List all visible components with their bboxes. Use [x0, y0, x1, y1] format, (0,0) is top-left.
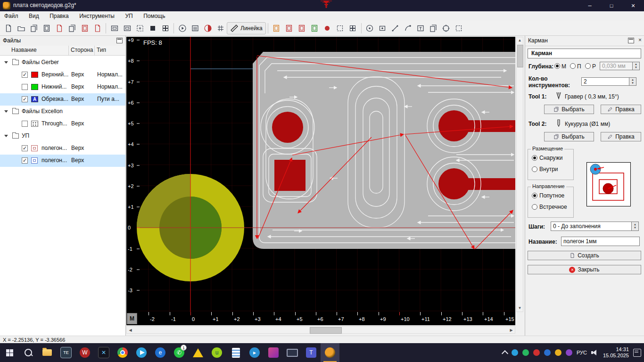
horizontal-scrollbar[interactable]: ◀ ▶: [126, 326, 515, 334]
tray-purple-icon[interactable]: [566, 349, 572, 356]
depth-radio-p-label[interactable]: П: [577, 63, 581, 70]
fit-view-button[interactable]: [133, 22, 146, 34]
close-file-button[interactable]: [53, 22, 66, 34]
file-row-polygon-1[interactable]: ✓ полегон... Верх: [0, 142, 125, 155]
open-file-button[interactable]: [15, 22, 27, 34]
direction-climb-radio[interactable]: [532, 193, 537, 198]
units-button[interactable]: M: [127, 313, 137, 324]
folder-row-excellon[interactable]: Файлы Excellon: [0, 106, 125, 118]
array-grid-button[interactable]: [347, 22, 359, 34]
defender-button[interactable]: [189, 343, 207, 362]
undock-icon[interactable]: [116, 38, 123, 43]
export-file-button[interactable]: [78, 22, 91, 34]
tray-green-icon[interactable]: [522, 349, 529, 356]
tool2-choose-button[interactable]: Выбрать: [544, 132, 594, 141]
player-button[interactable]: ▸: [245, 343, 264, 362]
column-type[interactable]: Тип: [97, 47, 106, 53]
new-file-button[interactable]: [2, 22, 15, 34]
start-button[interactable]: [0, 343, 19, 362]
tool1-edit-button[interactable]: Правка: [601, 105, 641, 114]
file-row-outline[interactable]: ✓ A Обрезка... Верх Пути а...: [0, 93, 125, 106]
wordpress-button[interactable]: W: [75, 343, 94, 362]
board-size-button[interactable]: [121, 22, 133, 34]
expand-arrow-icon[interactable]: [4, 61, 8, 64]
tray-yellow-icon[interactable]: [555, 349, 561, 356]
select-region-button[interactable]: [334, 22, 347, 34]
chrome-button[interactable]: [113, 343, 132, 362]
vertical-scrollbar[interactable]: ▲ ▼: [516, 37, 523, 312]
teams-button[interactable]: T: [302, 343, 321, 362]
tray-red-icon[interactable]: [533, 349, 540, 356]
steps-spinner[interactable]: ▲▼: [632, 222, 639, 231]
simulate-button[interactable]: [176, 22, 189, 34]
layer-route-button[interactable]: [308, 22, 321, 34]
layer-silk-button[interactable]: [296, 22, 308, 34]
tool2-edit-button[interactable]: Правка: [601, 132, 641, 141]
texstudio-button[interactable]: TE: [57, 343, 75, 362]
layer-copper-button[interactable]: [270, 22, 283, 34]
column-name[interactable]: Название: [11, 47, 37, 53]
board-outline-button[interactable]: [108, 22, 121, 34]
folder-row-gerber[interactable]: Файлы Gerber: [0, 57, 125, 69]
design-canvas[interactable]: +9 +8 +7 +6 +5 +4 +3 +2 +1 0 -1 -2 -3 FP…: [126, 37, 515, 312]
folder-row-nc[interactable]: УП: [0, 130, 125, 142]
minimize-button[interactable]: –: [579, 0, 601, 11]
direction-conventional-radio[interactable]: [532, 204, 537, 210]
notification-center-icon[interactable]: [633, 349, 641, 357]
maximize-button[interactable]: □: [601, 0, 622, 11]
menu-edit[interactable]: Правка: [45, 12, 73, 20]
save-file-button[interactable]: [27, 22, 40, 34]
expand-arrow-icon[interactable]: [4, 110, 8, 113]
file-row-polygon-2[interactable]: ✓ полегон... Верх: [0, 155, 125, 167]
edge-button[interactable]: e: [151, 343, 170, 362]
edit-file-button[interactable]: [40, 22, 53, 34]
column-side[interactable]: Сторона: [71, 47, 93, 53]
language-indicator[interactable]: РУС: [577, 350, 587, 355]
file-row-drill[interactable]: Through... Верх: [0, 118, 125, 130]
telegram-button[interactable]: [132, 343, 151, 362]
placement-inside-radio[interactable]: [532, 166, 537, 172]
depth-radio-m-label[interactable]: М: [561, 63, 566, 70]
menu-help[interactable]: Помощь: [139, 12, 169, 20]
file-row-bottom-layer[interactable]: Нижний... Верх Нормал...: [0, 81, 125, 93]
tray-blue-icon[interactable]: [544, 349, 551, 356]
job-list-button[interactable]: [189, 22, 201, 34]
panel-close-icon[interactable]: ×: [638, 37, 642, 43]
clock[interactable]: 14:31 15.05.2025: [603, 346, 629, 359]
direction-climb-label[interactable]: Попутное: [539, 192, 564, 199]
horizontal-scroll-thumb[interactable]: [310, 327, 342, 334]
pocket-name-input[interactable]: полегон 1мм: [561, 237, 640, 246]
direction-conventional-label[interactable]: Встречное: [539, 204, 567, 210]
visibility-checkbox[interactable]: ✓: [22, 72, 28, 78]
draw-text-button[interactable]: [414, 22, 427, 34]
tool1-choose-button[interactable]: Выбрать: [544, 105, 594, 114]
duplicate-button[interactable]: [427, 22, 440, 34]
placement-inside-label[interactable]: Внутри: [539, 166, 558, 173]
tool-count-field[interactable]: 2: [581, 77, 629, 86]
visibility-checkbox[interactable]: ✓: [22, 96, 28, 102]
visibility-checkbox[interactable]: [22, 84, 28, 90]
menu-tools[interactable]: Инструменты: [75, 12, 119, 20]
file-explorer-button[interactable]: [38, 343, 57, 362]
notepad-button[interactable]: [226, 343, 245, 362]
draw-circle-button[interactable]: [363, 22, 376, 34]
depth-radio-r-label[interactable]: Р: [592, 63, 596, 70]
whatsapp-button[interactable]: ✆1: [170, 343, 189, 362]
depth-radio-p[interactable]: [570, 63, 576, 69]
draw-arc-button[interactable]: [402, 22, 414, 34]
g2g-app-button[interactable]: [321, 343, 339, 362]
steps-combo[interactable]: 0 - До заполнения: [551, 222, 632, 231]
screen-app-button[interactable]: [283, 343, 302, 362]
magenta-app-button[interactable]: [264, 343, 283, 362]
undock-icon[interactable]: [628, 38, 634, 43]
placement-outside-radio[interactable]: [532, 155, 537, 161]
record-point-button[interactable]: [321, 22, 334, 34]
visibility-checkbox[interactable]: [22, 121, 28, 127]
search-button[interactable]: [19, 343, 38, 362]
file-row-top-layer[interactable]: ✓ Верхний... Верх Нормал...: [0, 69, 125, 81]
close-button[interactable]: ×: [622, 0, 644, 11]
pixel-grid-button[interactable]: [159, 22, 172, 34]
close-pocket-button[interactable]: × Закрыть: [528, 265, 641, 274]
fill-region-button[interactable]: [146, 22, 159, 34]
utorrent-button[interactable]: u: [207, 343, 226, 362]
